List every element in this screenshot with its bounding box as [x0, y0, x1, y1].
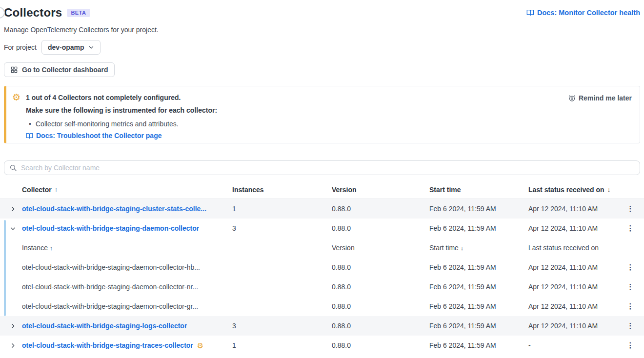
collector-row[interactable]: otel-cloud-stack-with-bridge-staging-tra…: [0, 336, 644, 355]
start-time-cell: Feb 6 2024, 11:59 AM: [429, 224, 528, 232]
table-header-row: Collector ↑ Instances Version Start time…: [0, 180, 644, 199]
instance-row[interactable]: otel-cloud-stack-with-bridge-staging-dae…: [0, 297, 644, 316]
banner-bullet: Collector self-monitoring metrics and at…: [26, 119, 564, 129]
collector-link[interactable]: otel-cloud-stack-with-bridge-staging-clu…: [22, 205, 206, 213]
instances-cell: 3: [232, 224, 332, 232]
remind-me-later-button[interactable]: Remind me later: [568, 93, 632, 103]
project-select-value: dev-opamp: [48, 43, 84, 51]
expand-chevron-button[interactable]: [10, 206, 22, 212]
version-cell: 0.88.0: [332, 302, 429, 310]
start-time-cell: Feb 6 2024, 11:59 AM: [429, 283, 528, 291]
version-cell: 0.88.0: [332, 205, 429, 213]
header-start-time[interactable]: Start time: [429, 186, 528, 194]
instances-cell: 1: [232, 341, 332, 349]
gear-warning-icon: ⚙: [12, 93, 22, 143]
collector-link[interactable]: otel-cloud-stack-with-bridge-staging-dae…: [22, 224, 199, 232]
collapse-chevron-button[interactable]: [10, 225, 22, 232]
last-status-cell: Apr 12 2024, 11:10 AM: [528, 263, 617, 271]
chevron-right-icon: [10, 342, 16, 349]
instance-header-row: Instance ↑ Version Start time ↓ Last sta…: [0, 238, 644, 258]
version-cell: 0.88.0: [332, 322, 429, 330]
page-subtitle: Manage OpenTelemetry Collectors for your…: [4, 25, 640, 34]
expand-chevron-button[interactable]: [10, 323, 22, 329]
instances-cell: 1: [232, 205, 332, 213]
sort-asc-icon: ↑: [50, 244, 53, 252]
last-status-cell: -: [528, 341, 617, 349]
gear-warning-icon: ⚙: [197, 342, 203, 349]
row-menu-kebab-icon[interactable]: ⋮: [617, 277, 644, 297]
header-instance-last-status[interactable]: Last status received on: [528, 244, 617, 252]
instance-row[interactable]: otel-cloud-stack-with-bridge-staging-dae…: [0, 258, 644, 277]
row-menu-kebab-icon[interactable]: ⋮: [617, 336, 644, 355]
collector-link[interactable]: otel-cloud-stack-with-bridge-staging-tra…: [22, 341, 193, 349]
chevron-down-icon: [88, 44, 94, 50]
start-time-cell: Feb 6 2024, 11:59 AM: [429, 205, 528, 213]
header-last-status[interactable]: Last status received on ↓: [528, 186, 617, 194]
last-status-cell: Apr 12 2024, 11:10 AM: [528, 205, 617, 213]
instances-cell: 3: [232, 322, 332, 330]
collector-link[interactable]: otel-cloud-stack-with-bridge-staging-log…: [22, 322, 187, 330]
dashboard-grid-icon: [10, 66, 18, 74]
troubleshoot-link-label: Docs: Troubleshoot the Collector page: [36, 132, 161, 139]
start-time-cell: Feb 6 2024, 11:59 AM: [429, 263, 528, 271]
remind-button-label: Remind me later: [579, 94, 632, 102]
warning-banner: ⚙ 1 out of 4 Collectors not completely c…: [4, 86, 640, 143]
search-icon: [9, 164, 17, 172]
header-instance-version[interactable]: Version: [332, 244, 429, 252]
project-label: For project: [4, 43, 37, 51]
project-select[interactable]: dev-opamp: [41, 40, 101, 55]
expanded-collector-group: otel-cloud-stack-with-bridge-staging-dae…: [0, 219, 644, 316]
version-cell: 0.88.0: [332, 283, 429, 291]
instance-row[interactable]: otel-cloud-stack-with-bridge-staging-dae…: [0, 277, 644, 297]
collectors-table: Collector ↑ Instances Version Start time…: [0, 180, 644, 355]
go-to-dashboard-button[interactable]: Go to Collector dashboard: [4, 62, 115, 77]
header-version[interactable]: Version: [332, 186, 429, 194]
collector-row[interactable]: otel-cloud-stack-with-bridge-staging-dae…: [0, 219, 644, 238]
chevron-down-icon: [10, 225, 16, 232]
start-time-cell: Feb 6 2024, 11:59 AM: [429, 302, 528, 310]
open-book-icon: [526, 9, 534, 17]
last-status-cell: Apr 12 2024, 11:10 AM: [528, 302, 617, 310]
row-menu-kebab-icon[interactable]: ⋮: [617, 219, 644, 238]
banner-title: 1 out of 4 Collectors not completely con…: [26, 93, 564, 102]
beta-badge: BETA: [67, 9, 90, 17]
row-menu-kebab-icon[interactable]: ⋮: [617, 316, 644, 336]
start-time-cell: Feb 6 2024, 11:59 AM: [429, 341, 528, 349]
collector-row[interactable]: otel-cloud-stack-with-bridge-staging-clu…: [0, 199, 644, 219]
header-instance[interactable]: Instance ↑: [22, 244, 232, 252]
open-book-icon: [26, 132, 33, 139]
alarm-snooze-icon: [568, 95, 576, 102]
expand-chevron-button[interactable]: [10, 342, 22, 349]
chevron-right-icon: [10, 206, 16, 212]
header-instances[interactable]: Instances: [232, 186, 332, 194]
docs-monitor-health-link[interactable]: Docs: Monitor Collector health: [526, 9, 640, 17]
search-bar: [4, 160, 640, 175]
page-header: Collectors BETA Docs: Monitor Collector …: [0, 0, 644, 77]
sort-desc-icon: ↓: [461, 244, 464, 252]
docs-troubleshoot-link[interactable]: Docs: Troubleshoot the Collector page: [26, 131, 161, 140]
docs-link-label: Docs: Monitor Collector health: [537, 9, 640, 17]
row-menu-kebab-icon[interactable]: ⋮: [617, 258, 644, 277]
row-menu-kebab-icon[interactable]: ⋮: [617, 199, 644, 219]
header-instance-start-time[interactable]: Start time ↓: [429, 244, 528, 252]
sort-desc-icon: ↓: [607, 186, 611, 193]
instance-name: otel-cloud-stack-with-bridge-staging-dae…: [22, 302, 232, 310]
collector-row[interactable]: otel-cloud-stack-with-bridge-staging-log…: [0, 316, 644, 336]
chevron-right-icon: [10, 323, 16, 329]
instance-name: otel-cloud-stack-with-bridge-staging-dae…: [22, 263, 232, 271]
header-collector[interactable]: Collector ↑: [22, 186, 232, 194]
version-cell: 0.88.0: [332, 224, 429, 232]
version-cell: 0.88.0: [332, 263, 429, 271]
last-status-cell: Apr 12 2024, 11:10 AM: [528, 283, 617, 291]
last-status-cell: Apr 12 2024, 11:10 AM: [528, 224, 617, 232]
instance-name: otel-cloud-stack-with-bridge-staging-dae…: [22, 283, 232, 291]
version-cell: 0.88.0: [332, 341, 429, 349]
start-time-cell: Feb 6 2024, 11:59 AM: [429, 322, 528, 330]
page-title: Collectors: [4, 6, 62, 20]
banner-subtitle: Make sure the following is instrumented …: [26, 105, 564, 115]
dashboard-button-label: Go to Collector dashboard: [22, 66, 108, 74]
sort-asc-icon: ↑: [55, 186, 58, 193]
last-status-cell: Apr 12 2024, 11:10 AM: [528, 322, 617, 330]
search-input[interactable]: [21, 164, 635, 172]
row-menu-kebab-icon[interactable]: ⋮: [617, 297, 644, 316]
